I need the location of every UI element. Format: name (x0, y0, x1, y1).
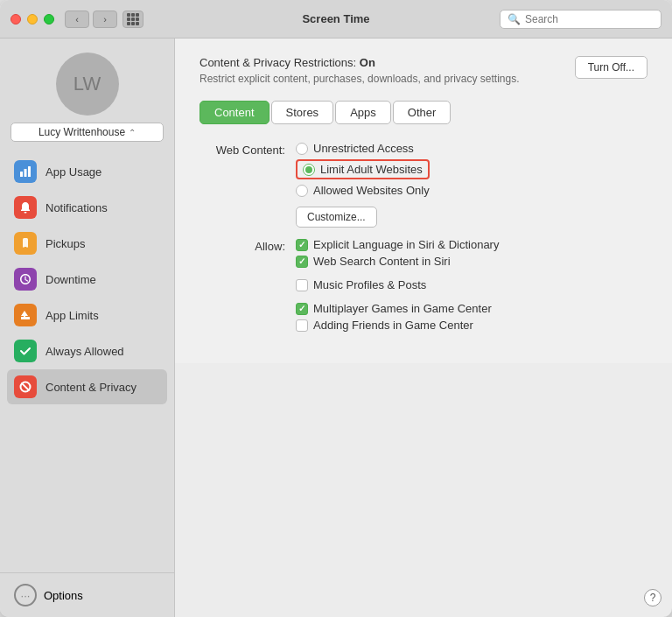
allow-label-music-profiles: Music Profiles & Posts (313, 278, 426, 291)
content-area: LW Lucy Writtenhouse ⌃ App Usage (0, 39, 672, 617)
sidebar-item-app-limits[interactable]: App Limits (7, 298, 167, 333)
minimize-button[interactable] (27, 14, 38, 25)
svg-line-8 (22, 383, 29, 390)
user-selector[interactable]: Lucy Writtenhouse ⌃ (10, 123, 164, 142)
allow-label: Allow: (200, 238, 296, 253)
sidebar-item-downtime[interactable]: Downtime (7, 262, 167, 297)
allow-label-multiplayer-games: Multiplayer Games in Game Center (313, 302, 492, 315)
content-privacy-icon (14, 375, 37, 398)
sidebar-label-pickups: Pickups (46, 237, 86, 250)
traffic-lights (10, 14, 54, 25)
allow-section: Allow: Explicit Language in Siri & Dicti… (200, 238, 648, 335)
tab-other[interactable]: Other (393, 101, 452, 124)
radio-label-unrestricted: Unrestricted Access (313, 142, 414, 155)
user-name: Lucy Writtenhouse (38, 126, 125, 138)
sidebar-footer-options[interactable]: ··· Options (0, 572, 174, 617)
sidebar-label-app-limits: App Limits (46, 309, 99, 322)
radio-unrestricted[interactable]: Unrestricted Access (296, 142, 648, 155)
notifications-icon (14, 196, 37, 219)
allow-label-web-search: Web Search Content in Siri (313, 255, 451, 268)
app-limits-icon (14, 304, 37, 326)
allow-row-music-profiles[interactable]: Music Profiles & Posts (296, 278, 648, 291)
back-button[interactable]: ‹ (65, 11, 89, 28)
svg-rect-1 (24, 169, 27, 177)
sidebar-label-notifications: Notifications (46, 201, 108, 214)
radio-circle-unrestricted (296, 143, 308, 155)
svg-rect-4 (23, 238, 28, 248)
highlight-box: Limit Adult Websites (296, 159, 430, 179)
tab-apps[interactable]: Apps (335, 101, 391, 124)
checkbox-adding-friends[interactable] (296, 319, 308, 332)
sidebar-item-always-allowed[interactable]: Always Allowed (7, 333, 167, 368)
avatar: LW (56, 53, 119, 116)
search-input[interactable] (525, 13, 654, 25)
allow-row-multiplayer-games[interactable]: Multiplayer Games in Game Center (296, 302, 648, 315)
sidebar-label-always-allowed: Always Allowed (46, 345, 124, 358)
search-box[interactable]: 🔍 (500, 10, 662, 29)
app-usage-icon (14, 160, 37, 183)
sidebar-item-app-usage[interactable]: App Usage (7, 154, 167, 189)
checkbox-explicit-language[interactable] (296, 239, 308, 251)
always-allowed-icon (14, 340, 37, 362)
maximize-button[interactable] (44, 14, 54, 25)
turn-off-button[interactable]: Turn Off... (575, 56, 648, 79)
tab-content[interactable]: Content (200, 101, 270, 124)
radio-allowed-only[interactable]: Allowed Websites Only (296, 184, 648, 197)
web-content-options: Unrestricted Access Limit Adult Websites (296, 142, 648, 228)
options-icon: ··· (14, 584, 37, 606)
restrictions-status: On (360, 56, 375, 69)
allow-row-adding-friends[interactable]: Adding Friends in Game Center (296, 319, 648, 332)
nav-buttons: ‹ › (65, 11, 117, 28)
sidebar-label-downtime: Downtime (46, 273, 96, 286)
help-button[interactable]: ? (644, 589, 662, 606)
svg-rect-2 (28, 166, 31, 177)
main-wrapper: Turn Off... Content & Privacy Restrictio… (175, 39, 672, 617)
radio-circle-limit-adult (303, 164, 315, 176)
search-icon: 🔍 (508, 13, 521, 25)
sidebar: LW Lucy Writtenhouse ⌃ App Usage (0, 39, 175, 617)
main-content: Turn Off... Content & Privacy Restrictio… (175, 39, 672, 363)
web-content-section: Web Content: Unrestricted Access Limi (200, 142, 648, 228)
allow-row-explicit-language[interactable]: Explicit Language in Siri & Dictionary (296, 238, 648, 251)
svg-rect-3 (24, 212, 27, 214)
pickups-icon (14, 232, 37, 255)
grid-button[interactable] (122, 11, 144, 28)
downtime-icon (14, 268, 37, 291)
sidebar-label-app-usage: App Usage (46, 165, 102, 179)
radio-circle-allowed-only (296, 185, 308, 197)
radio-label-limit-adult: Limit Adult Websites (320, 163, 423, 176)
tabs-row: Content Stores Apps Other (200, 101, 648, 124)
radio-inner-limit-adult (305, 166, 312, 173)
forward-button[interactable]: › (93, 11, 117, 28)
checkbox-multiplayer-games[interactable] (296, 303, 308, 315)
allow-label-explicit-language: Explicit Language in Siri & Dictionary (313, 238, 499, 251)
radio-limit-adult[interactable]: Limit Adult Websites (296, 159, 648, 179)
checkbox-music-profiles[interactable] (296, 279, 308, 291)
sidebar-item-notifications[interactable]: Notifications (7, 190, 167, 225)
sidebar-nav: App Usage Notifications (0, 154, 174, 572)
radio-label-allowed-only: Allowed Websites Only (313, 184, 430, 197)
options-label: Options (44, 589, 83, 602)
web-content-label: Web Content: (200, 142, 296, 157)
allow-row-web-search[interactable]: Web Search Content in Siri (296, 255, 648, 268)
checkbox-web-search[interactable] (296, 256, 308, 268)
allow-items: Explicit Language in Siri & Dictionary W… (296, 238, 648, 335)
allow-label-adding-friends: Adding Friends in Game Center (313, 319, 473, 332)
main-window: ‹ › Screen Time 🔍 LW Lucy Writtenhouse ⌃ (0, 0, 672, 617)
svg-rect-0 (20, 172, 23, 177)
svg-rect-5 (24, 247, 27, 248)
sidebar-item-content-privacy[interactable]: Content & Privacy (7, 369, 167, 404)
user-section: LW Lucy Writtenhouse ⌃ (0, 53, 174, 142)
titlebar: ‹ › Screen Time 🔍 (0, 0, 672, 39)
sidebar-label-content-privacy: Content & Privacy (46, 381, 136, 394)
tab-stores[interactable]: Stores (271, 101, 334, 124)
window-title: Screen Time (302, 12, 369, 25)
sidebar-item-pickups[interactable]: Pickups (7, 226, 167, 261)
chevron-down-icon: ⌃ (129, 128, 136, 137)
restrictions-header: Turn Off... Content & Privacy Restrictio… (200, 56, 648, 85)
close-button[interactable] (10, 14, 21, 25)
customize-button[interactable]: Customize... (296, 207, 377, 228)
